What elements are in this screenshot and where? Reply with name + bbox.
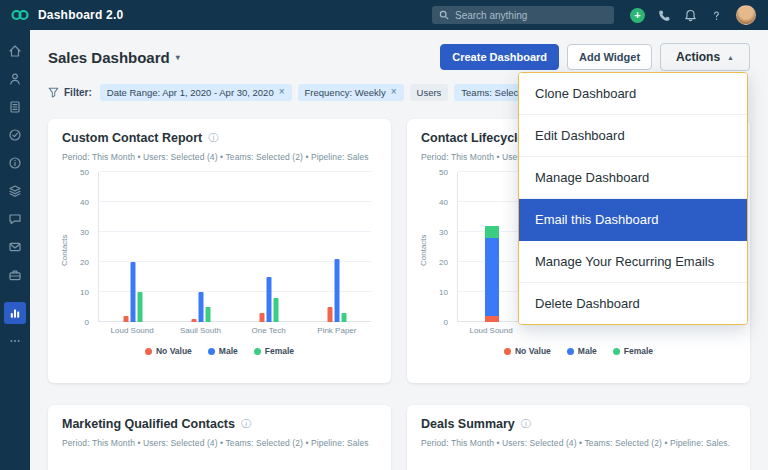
chevron-up-icon: ▲: [727, 54, 734, 61]
bar-group: [485, 172, 499, 322]
page-title: Sales Dashboard: [48, 49, 170, 66]
card-title: Marketing Qualified Contacts: [62, 417, 235, 431]
legend-item: No Value: [504, 346, 551, 356]
sidebar: [0, 30, 30, 470]
filter-chip-label: Date Range: Apr 1, 2020 - Apr 30, 2020: [107, 87, 274, 98]
bar-female: [274, 298, 279, 322]
bar-female: [485, 226, 499, 238]
sidebar-item-contacts[interactable]: [4, 68, 26, 90]
x-tick-label: Pink Paper: [317, 326, 356, 335]
legend-label: Female: [624, 346, 653, 356]
y-axis-ticks: 01020304050: [431, 172, 453, 322]
x-tick-label: Loud Sound: [111, 326, 154, 335]
bar-male: [267, 277, 272, 322]
products-icon: [8, 184, 22, 198]
more-icon: [8, 334, 22, 348]
legend-dot: [208, 348, 215, 355]
avatar[interactable]: [736, 5, 756, 25]
card-deals-summary: Deals Summary ⓘ Period: This Month • Use…: [407, 405, 750, 470]
filter-chip[interactable]: Date Range: Apr 1, 2020 - Apr 30, 2020×: [100, 84, 292, 101]
menu-item-edit-dashboard[interactable]: Edit Dashboard: [519, 115, 747, 157]
filter-chip-label: Users: [417, 87, 442, 98]
app-logo-icon[interactable]: [10, 5, 30, 25]
y-tick-label: 30: [80, 228, 89, 237]
menu-item-manage-your-recurring-emails[interactable]: Manage Your Recurring Emails: [519, 241, 747, 283]
filter-chip[interactable]: Frequency: Weekly×: [298, 84, 404, 101]
help-icon[interactable]: [710, 9, 723, 22]
tasks-icon: [8, 128, 22, 142]
menu-item-clone-dashboard[interactable]: Clone Dashboard: [519, 73, 747, 115]
chat-icon: [8, 212, 22, 226]
search-input[interactable]: [455, 10, 607, 21]
chip-close-icon[interactable]: ×: [279, 87, 285, 97]
legend-label: Male: [578, 346, 597, 356]
info-icon[interactable]: ⓘ: [521, 419, 531, 429]
sidebar-item-more[interactable]: [4, 330, 26, 352]
legend-item: No Value: [145, 346, 192, 356]
y-axis-title: Contacts: [419, 190, 428, 310]
page-header: Sales Dashboard ▾ Create Dashboard Add W…: [48, 44, 750, 70]
card-custom-contact-report: Custom Contact Report ⓘ Period: This Mon…: [48, 119, 391, 383]
sidebar-item-email[interactable]: [4, 236, 26, 258]
chip-close-icon[interactable]: ×: [391, 87, 397, 97]
legend-label: Male: [219, 346, 238, 356]
y-tick-label: 40: [439, 198, 448, 207]
y-tick-label: 40: [80, 198, 89, 207]
legend-label: No Value: [515, 346, 551, 356]
sidebar-item-chat[interactable]: [4, 208, 26, 230]
filter-chip[interactable]: Users: [410, 84, 449, 101]
add-widget-button[interactable]: Add Widget: [567, 44, 652, 70]
notifications-icon[interactable]: [684, 9, 697, 22]
legend-item: Male: [567, 346, 597, 356]
create-dashboard-button[interactable]: Create Dashboard: [440, 44, 559, 70]
plot-area: [98, 172, 371, 322]
legend-dot: [567, 348, 574, 355]
bar-male: [485, 238, 499, 316]
card-title: Contact Lifecycle: [421, 131, 525, 145]
bar-female: [342, 313, 347, 322]
phone-icon[interactable]: [658, 9, 671, 22]
y-tick-label: 20: [439, 258, 448, 267]
card-header: Deals Summary ⓘ: [421, 417, 736, 431]
bar-male: [199, 292, 204, 322]
filter-chip-label: Frequency: Weekly: [305, 87, 386, 98]
info-icon[interactable]: ⓘ: [208, 133, 218, 143]
y-tick-label: 50: [80, 168, 89, 177]
info-icon[interactable]: ⓘ: [241, 419, 251, 429]
funnel-icon: [48, 87, 59, 98]
legend-dot: [504, 348, 511, 355]
sidebar-item-products[interactable]: [4, 180, 26, 202]
x-axis-labels: Loud SoundSauil SouthOne TechPink Paper: [98, 322, 371, 337]
card-header: Marketing Qualified Contacts ⓘ: [62, 417, 377, 431]
y-axis-title: Contacts: [60, 190, 69, 310]
sidebar-item-reports[interactable]: [4, 302, 26, 324]
sidebar-item-home[interactable]: [4, 40, 26, 62]
chart-legend: No ValueMaleFemale: [421, 346, 736, 356]
add-icon[interactable]: +: [630, 8, 645, 23]
y-tick-label: 10: [439, 288, 448, 297]
card-subtitle: Period: This Month • Users: Selected (4)…: [62, 438, 377, 448]
app-title: Dashboard 2.0: [38, 8, 123, 22]
dashboard-title-dropdown[interactable]: Sales Dashboard ▾: [48, 49, 180, 66]
sidebar-item-deals[interactable]: [4, 264, 26, 286]
email-icon: [8, 240, 22, 254]
actions-button[interactable]: Actions ▲: [660, 43, 750, 71]
alerts-icon: [8, 156, 22, 170]
sidebar-item-accounts[interactable]: [4, 96, 26, 118]
legend-item: Male: [208, 346, 238, 356]
y-tick-label: 30: [439, 228, 448, 237]
bar-no-value: [328, 307, 333, 322]
sidebar-item-tasks[interactable]: [4, 124, 26, 146]
bar-female: [138, 292, 143, 322]
chart-custom-contact-report: Contacts 01020304050 Loud SoundSauil Sou…: [62, 172, 377, 356]
bar-group: [328, 172, 347, 322]
menu-item-manage-dashboard[interactable]: Manage Dashboard: [519, 157, 747, 199]
topbar-icons: +: [630, 5, 756, 25]
bar-male: [335, 259, 340, 322]
menu-item-delete-dashboard[interactable]: Delete Dashboard: [519, 283, 747, 324]
menu-item-email-this-dashboard[interactable]: Email this Dashboard: [519, 199, 747, 241]
filter-label: Filter:: [64, 87, 92, 98]
sidebar-item-alerts[interactable]: [4, 152, 26, 174]
legend-label: No Value: [156, 346, 192, 356]
global-search[interactable]: [432, 6, 614, 24]
